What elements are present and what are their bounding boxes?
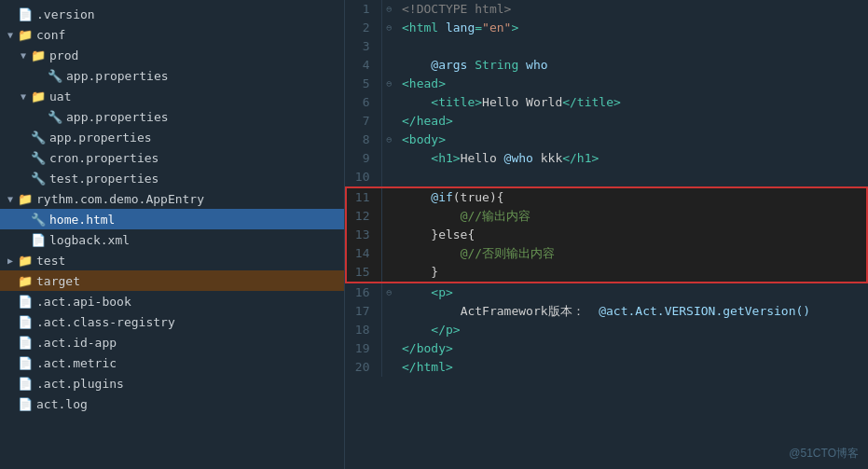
code-content-6: <title>Hello World</title> <box>396 93 867 112</box>
fold-2[interactable]: ⊖ <box>381 19 396 37</box>
fold-17 <box>381 302 396 321</box>
tree-item-home-html[interactable]: 🔧 home.html <box>0 209 344 229</box>
line-num-10: 10 <box>346 168 381 187</box>
fold-13 <box>381 226 396 244</box>
code-content-19: </body> <box>396 339 867 358</box>
tree-item-act-api-book[interactable]: 📄 .act.api-book <box>0 291 344 311</box>
line-num-16: 16 <box>346 283 381 302</box>
line-num-19: 19 <box>346 339 381 358</box>
code-line-10: 10 <box>346 168 867 187</box>
folder-icon-conf: 📁 <box>17 28 34 42</box>
label-uat: uat <box>49 90 71 103</box>
fold-5[interactable]: ⊖ <box>381 75 396 93</box>
line-num-11: 11 <box>346 187 381 207</box>
tree-item-prod[interactable]: ▼ 📁 prod <box>0 45 344 65</box>
fold-20 <box>381 358 396 377</box>
fold-6 <box>381 93 396 112</box>
file-icon-act-class: 📄 <box>17 315 34 329</box>
label-act-id-app: .act.id-app <box>36 336 117 350</box>
label-act-log: act.log <box>36 397 88 411</box>
folder-icon-prod: 📁 <box>30 48 47 62</box>
code-line-19: 19 </body> <box>346 339 867 358</box>
label-act-class-registry: .act.class-registry <box>36 315 175 329</box>
code-content-7: </head> <box>396 112 867 131</box>
line-num-12: 12 <box>346 207 381 226</box>
code-line-17: 17 ActFramework版本： @act.Act.VERSION.getV… <box>346 302 867 321</box>
code-line-14: 14 @//否则输出内容 <box>346 244 867 263</box>
tree-item-app-prop[interactable]: 🔧 app.properties <box>0 127 344 147</box>
code-line-12: 12 @//输出内容 <box>346 207 867 226</box>
label-appentry: rythm.com.demo.AppEntry <box>36 192 204 206</box>
tree-item-cron-prop[interactable]: 🔧 cron.properties <box>0 147 344 168</box>
tree-item-act-class-registry[interactable]: 📄 .act.class-registry <box>0 311 344 332</box>
tree-item-target[interactable]: 📁 target <box>0 270 344 291</box>
fold-7 <box>381 112 396 131</box>
tree-item-act-id-app[interactable]: 📄 .act.id-app <box>0 332 344 352</box>
code-content-11: @if(true){ <box>396 187 867 207</box>
line-num-7: 7 <box>346 112 381 131</box>
code-line-13: 13 }else{ <box>346 226 867 244</box>
code-content-15: } <box>396 263 867 283</box>
arrow-conf: ▼ <box>4 30 17 40</box>
tree-item-version[interactable]: 📄 .version <box>0 4 344 24</box>
code-line-11: 11 @if(true){ <box>346 187 867 207</box>
label-home-html: home.html <box>49 213 115 227</box>
arrow-test: ▶ <box>4 255 17 266</box>
tree-item-app-prop-prod[interactable]: 🔧 app.properties <box>0 65 344 86</box>
label-app-prop: app.properties <box>49 131 152 145</box>
folder-icon-appentry: 📁 <box>17 192 34 206</box>
label-act-metric: .act.metric <box>36 356 117 370</box>
fold-9 <box>381 149 396 168</box>
label-app-prop-prod: app.properties <box>66 69 169 83</box>
xml-icon-logback: 📄 <box>30 233 47 247</box>
fold-3 <box>381 37 396 56</box>
label-app-prop-uat: app.properties <box>66 110 169 124</box>
line-num-5: 5 <box>346 75 381 93</box>
fold-15 <box>381 263 396 283</box>
tree-item-app-prop-uat[interactable]: 🔧 app.properties <box>0 106 344 127</box>
tree-item-conf[interactable]: ▼ 📁 conf <box>0 24 344 45</box>
code-line-16: 16 ⊖ <p> <box>346 283 867 302</box>
tree-item-appentry[interactable]: ▼ 📁 rythm.com.demo.AppEntry <box>0 188 344 209</box>
line-num-2: 2 <box>346 19 381 37</box>
line-num-9: 9 <box>346 149 381 168</box>
file-icon-act-api: 📄 <box>17 295 34 309</box>
label-test: test <box>36 254 65 268</box>
label-version: .version <box>36 7 95 21</box>
code-content-14: @//否则输出内容 <box>396 244 867 263</box>
tree-item-act-plugins[interactable]: 📄 .act.plugins <box>0 373 344 393</box>
line-num-13: 13 <box>346 226 381 244</box>
line-num-15: 15 <box>346 263 381 283</box>
fold-4 <box>381 56 396 75</box>
code-content-10 <box>396 168 867 187</box>
tree-item-act-log[interactable]: 📄 act.log <box>0 393 344 414</box>
fold-1[interactable]: ⊖ <box>381 0 396 19</box>
code-line-7: 7 </head> <box>346 112 867 131</box>
tree-item-test-prop[interactable]: 🔧 test.properties <box>0 168 344 188</box>
prop-icon-cron: 🔧 <box>30 151 47 165</box>
code-content-18: </p> <box>396 321 867 339</box>
fold-18 <box>381 321 396 339</box>
file-icon-act-id: 📄 <box>17 336 34 350</box>
fold-11 <box>381 187 396 207</box>
label-logback: logback.xml <box>49 233 130 247</box>
tree-item-test[interactable]: ▶ 📁 test <box>0 250 344 270</box>
fold-16[interactable]: ⊖ <box>381 283 396 302</box>
fold-12 <box>381 207 396 226</box>
code-content-9: <h1>Hello @who kkk</h1> <box>396 149 867 168</box>
label-act-api-book: .act.api-book <box>36 295 131 309</box>
code-content-13: }else{ <box>396 226 867 244</box>
file-tree: 📄 .version ▼ 📁 conf ▼ 📁 prod 🔧 app.prope… <box>0 0 345 469</box>
code-content-16: <p> <box>396 283 867 302</box>
label-act-plugins: .act.plugins <box>36 377 124 391</box>
label-prod: prod <box>49 48 78 62</box>
fold-8[interactable]: ⊖ <box>381 131 396 149</box>
tree-item-uat[interactable]: ▼ 📁 uat <box>0 86 344 106</box>
watermark: @51CTO博客 <box>789 446 859 462</box>
tree-item-logback[interactable]: 📄 logback.xml <box>0 229 344 250</box>
code-content-4: @args String who <box>396 56 867 75</box>
line-num-20: 20 <box>346 358 381 377</box>
tree-item-act-metric[interactable]: 📄 .act.metric <box>0 352 344 373</box>
prop-icon-app: 🔧 <box>30 131 47 145</box>
code-line-6: 6 <title>Hello World</title> <box>346 93 867 112</box>
